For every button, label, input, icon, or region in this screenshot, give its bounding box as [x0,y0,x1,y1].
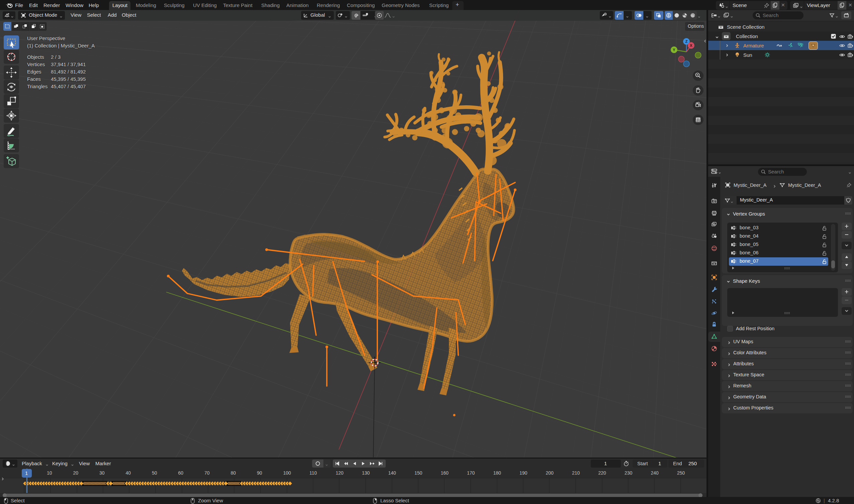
svg-text:X: X [690,43,693,48]
svg-text:Z: Z [685,39,688,43]
svg-text:Y: Y [673,48,675,52]
